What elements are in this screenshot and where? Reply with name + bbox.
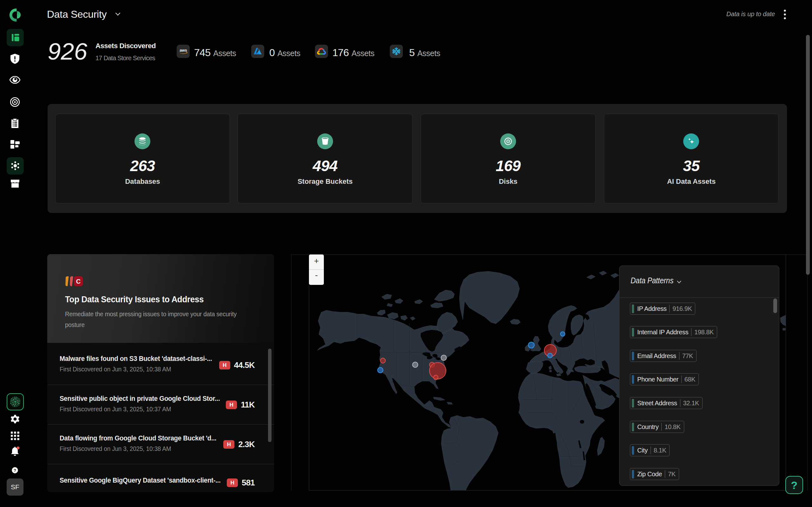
svg-text:C: C [76,278,81,285]
svg-text:aws: aws [180,48,187,53]
svg-text:?: ? [14,468,16,473]
